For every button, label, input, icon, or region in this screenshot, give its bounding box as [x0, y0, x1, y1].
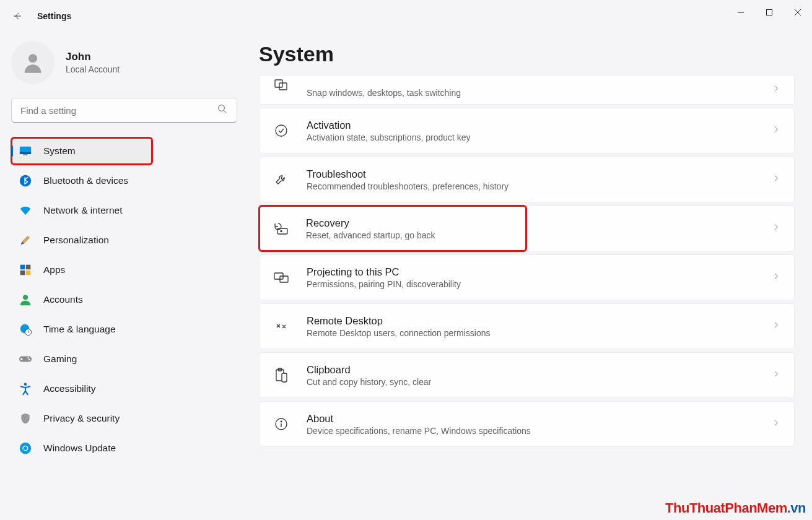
svg-point-28 [281, 231, 282, 232]
card-about[interactable]: AboutDevice specifications, rename PC, W… [259, 401, 795, 447]
svg-point-5 [28, 54, 37, 63]
chevron-right-icon [772, 370, 780, 381]
svg-rect-33 [282, 373, 287, 382]
card-title: Remote Desktop [307, 315, 490, 327]
titlebar: Settings [0, 0, 812, 32]
svg-line-7 [224, 110, 227, 113]
sidebar-item-label: Bluetooth & devices [43, 175, 128, 186]
svg-point-11 [20, 175, 31, 186]
chevron-right-icon [772, 125, 780, 136]
card-subtitle: Permissions, pairing PIN, discoverabilit… [307, 279, 461, 289]
svg-rect-10 [23, 154, 27, 155]
multitask-icon [273, 77, 289, 93]
sidebar-item-label: Apps [43, 264, 65, 275]
shield-icon [19, 412, 32, 425]
person-icon [19, 293, 32, 306]
sidebar-item-bluetooth-devices[interactable]: Bluetooth & devices [11, 167, 237, 194]
svg-rect-9 [20, 152, 31, 154]
svg-rect-25 [279, 83, 287, 90]
card-title: About [307, 413, 531, 425]
globe-clock-icon [19, 323, 32, 336]
svg-rect-12 [20, 265, 25, 270]
search-icon [217, 103, 228, 117]
card-title: Activation [307, 119, 471, 131]
svg-point-22 [24, 383, 27, 386]
card-title: Recovery [306, 217, 435, 229]
settings-cards: MultitaskingSnap windows, desktops, task… [259, 75, 795, 447]
sidebar-item-gaming[interactable]: Gaming [11, 345, 237, 373]
card-clipboard[interactable]: ClipboardCut and copy history, sync, cle… [259, 352, 795, 398]
check-circle-icon [273, 123, 289, 139]
wrench-icon [273, 171, 289, 188]
card-subtitle: Reset, advanced startup, go back [306, 230, 435, 240]
svg-rect-24 [275, 80, 282, 87]
card-title: Troubleshoot [307, 168, 509, 180]
card-subtitle: Remote Desktop users, connection permiss… [307, 328, 490, 338]
sidebar-item-network-internet[interactable]: Network & internet [11, 197, 237, 224]
sidebar-nav: SystemBluetooth & devicesNetwork & inter… [11, 137, 237, 462]
sidebar-item-windows-update[interactable]: Windows Update [11, 435, 237, 462]
recovery-icon [273, 220, 289, 236]
sidebar-item-system[interactable]: System [11, 137, 152, 165]
search-input[interactable] [11, 98, 237, 123]
svg-point-36 [281, 421, 282, 422]
page-title: System [259, 42, 795, 66]
card-subtitle: Device specifications, rename PC, Window… [307, 426, 531, 436]
card-activation[interactable]: ActivationActivation state, subscription… [259, 108, 795, 154]
info-icon [273, 416, 289, 432]
card-projecting-to-this-pc[interactable]: Projecting to this PCPermissions, pairin… [259, 254, 795, 300]
card-remote-desktop[interactable]: Remote DesktopRemote Desktop users, conn… [259, 303, 795, 349]
sidebar-item-personalization[interactable]: Personalization [11, 227, 237, 254]
avatar [11, 41, 55, 84]
svg-point-21 [28, 359, 30, 360]
card-recovery[interactable]: RecoveryReset, advanced startup, go back [259, 206, 526, 251]
sidebar-item-label: Time & language [43, 324, 116, 335]
chevron-right-icon [772, 84, 780, 95]
profile-subtitle: Local Account [66, 64, 120, 74]
svg-point-20 [27, 357, 28, 358]
svg-rect-13 [26, 265, 31, 270]
sidebar-item-label: Windows Update [43, 443, 116, 454]
chevron-right-icon [772, 272, 780, 283]
sidebar-item-label: System [43, 145, 76, 157]
svg-point-6 [219, 105, 225, 111]
watermark: ThuThuatPhanMem.vn [665, 500, 806, 516]
chevron-right-icon [772, 223, 780, 234]
chevron-right-icon [772, 321, 780, 332]
close-button[interactable] [784, 0, 812, 25]
svg-rect-14 [20, 271, 25, 275]
accessibility-icon [19, 382, 32, 396]
card-title: Projecting to this PC [307, 266, 461, 278]
sidebar-item-accounts[interactable]: Accounts [11, 286, 237, 313]
svg-rect-15 [26, 271, 31, 275]
clipboard-icon [273, 367, 289, 383]
profile-text: John Local Account [66, 51, 120, 74]
card-subtitle: Snap windows, desktops, task switching [307, 88, 461, 98]
minimize-button[interactable] [727, 0, 755, 25]
sidebar-item-label: Accessibility [43, 383, 95, 394]
sidebar-item-accessibility[interactable]: Accessibility [11, 375, 237, 402]
maximize-button[interactable] [755, 0, 784, 25]
brush-icon [19, 233, 32, 247]
sidebar-item-label: Gaming [43, 353, 77, 365]
card-subtitle: Recommended troubleshooters, preferences… [307, 181, 509, 191]
svg-point-16 [23, 295, 28, 300]
main-content: System MultitaskingSnap windows, desktop… [248, 32, 812, 520]
sidebar-item-privacy-security[interactable]: Privacy & security [11, 405, 237, 432]
gamepad-icon [19, 352, 32, 366]
card-title: Clipboard [307, 364, 431, 376]
back-button[interactable] [11, 10, 24, 22]
card-multitasking[interactable]: MultitaskingSnap windows, desktops, task… [259, 75, 795, 105]
card-subtitle: Cut and copy history, sync, clear [307, 377, 431, 387]
sidebar: John Local Account SystemBluetooth & dev… [0, 32, 248, 520]
chevron-right-icon [772, 418, 780, 430]
window-controls [727, 0, 812, 25]
sidebar-item-time-language[interactable]: Time & language [11, 316, 237, 343]
svg-point-23 [20, 443, 31, 454]
profile-block[interactable]: John Local Account [11, 41, 237, 84]
card-subtitle: Activation state, subscriptions, product… [307, 132, 471, 142]
svg-point-26 [276, 125, 287, 136]
card-troubleshoot[interactable]: TroubleshootRecommended troubleshooters,… [259, 157, 795, 202]
sidebar-item-apps[interactable]: Apps [11, 256, 237, 284]
monitor-icon [19, 144, 32, 158]
